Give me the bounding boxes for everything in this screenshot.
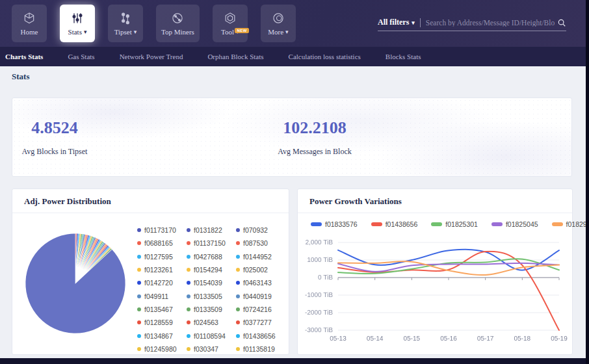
main-header: Home Stats Tipset Top Miners Tool NEW [0, 0, 586, 47]
pie-legend-item[interactable]: f0688165 [137, 237, 187, 250]
pie-legend-item[interactable]: f0133509 [187, 303, 236, 316]
legend-dot-icon [187, 255, 190, 259]
pie-legend-item[interactable]: f01135819 [236, 343, 285, 356]
legend-pill-icon [431, 222, 442, 226]
legend-dot-icon [236, 241, 240, 245]
legend-label: f024563 [194, 318, 218, 326]
summary-card: 4.8524 Avg Blocks in Tipset 102.2108 Avg… [12, 98, 572, 177]
pie-legend-item[interactable]: f0123261 [137, 263, 187, 276]
pie-legend-item[interactable]: f0127595 [137, 250, 187, 263]
pie-legend-item[interactable]: f0128559 [137, 316, 187, 329]
pie-legend-item[interactable]: f01108594 [187, 329, 236, 342]
top-miners-icon [171, 12, 184, 25]
line-legend-item[interactable]: f01829230 [552, 220, 589, 228]
search-icon[interactable] [557, 18, 566, 27]
legend-dot-icon [137, 281, 141, 285]
nav-tipset-button[interactable]: Tipset [108, 5, 143, 42]
legend-label: f0128559 [144, 318, 173, 326]
legend-dot-icon [236, 294, 240, 298]
avg-blocks-label: Avg Blocks in Tipset [22, 147, 88, 157]
subnav-charts-stats[interactable]: Charts Stats [5, 53, 43, 60]
legend-dot-icon [236, 347, 240, 351]
nav-top-miners-button[interactable]: Top Miners [156, 5, 200, 42]
pie-legend-item[interactable]: f0154294 [187, 263, 236, 276]
pie-legend-item[interactable]: f01137150 [187, 237, 236, 250]
pie-legend-item[interactable]: f087530 [236, 237, 285, 250]
search-input[interactable] [426, 19, 557, 27]
pie-legend-item[interactable]: f025002 [236, 263, 285, 276]
window-bottom-edge [0, 358, 586, 364]
all-filters-dropdown[interactable]: All filters [378, 18, 415, 27]
legend-label: f049911 [144, 292, 168, 300]
legend-label: f0377277 [243, 318, 272, 326]
legend-label: f0134867 [144, 332, 173, 340]
pie-legend-item[interactable]: f030347 [187, 343, 236, 356]
legend-dot-icon [187, 294, 190, 298]
pie-legend-item[interactable]: f0144952 [236, 250, 285, 263]
pie-legend-item[interactable]: f049911 [137, 289, 187, 302]
legend-dot-icon [236, 281, 240, 285]
legend-dot-icon [137, 347, 141, 351]
nav-home-button[interactable]: Home [12, 5, 47, 42]
legend-label: f01135819 [243, 345, 275, 353]
pie-legend-item[interactable]: f01438656 [236, 329, 285, 342]
home-icon [23, 12, 36, 25]
legend-label: f01825045 [506, 220, 538, 228]
legend-dot-icon [236, 268, 240, 272]
avg-blocks-stat: 4.8524 Avg Blocks in Tipset [12, 98, 194, 176]
nav-stats-label: Stats [68, 28, 87, 36]
legend-label: f0127595 [144, 253, 173, 261]
subnav-orphan-block-stats[interactable]: Orphan Block Stats [207, 53, 263, 60]
legend-dot-icon [236, 320, 240, 324]
legend-label: f070932 [243, 226, 268, 234]
pie-legend-item[interactable]: f0131822 [187, 224, 236, 237]
line-legend: f01833576f01438656f01825301f01825045f018… [311, 220, 589, 228]
line-legend-item[interactable]: f01438656 [371, 220, 418, 228]
pie-legend-item[interactable]: f0440919 [236, 289, 285, 302]
subnav-calculation-loss-statistics[interactable]: Calculation loss statistics [289, 53, 361, 60]
line-legend-item[interactable]: f01833576 [311, 220, 358, 228]
subnav-gas-stats[interactable]: Gas Stats [68, 53, 94, 60]
pie-legend-item[interactable]: f024563 [187, 316, 236, 329]
subnav-blocks-stats[interactable]: Blocks Stats [386, 53, 421, 60]
pie-legend-item[interactable]: f0142720 [137, 276, 187, 289]
subnav-network-power-trend[interactable]: Network Power Trend [120, 53, 183, 60]
legend-dot-icon [187, 334, 190, 338]
legend-dot-icon [236, 255, 240, 259]
line-legend-item[interactable]: f01825301 [431, 220, 478, 228]
legend-pill-icon [311, 222, 322, 226]
line-legend-item[interactable]: f01825045 [491, 220, 538, 228]
legend-dot-icon [137, 307, 141, 311]
legend-label: f087530 [243, 239, 268, 247]
power-growth-line-chart[interactable] [300, 233, 569, 343]
legend-label: f0144952 [243, 253, 272, 261]
pie-legend-item[interactable]: f0463143 [236, 276, 285, 289]
power-distribution-pie-chart[interactable] [14, 222, 137, 345]
pie-legend-item[interactable]: f0135467 [137, 303, 187, 316]
search-divider [420, 18, 421, 27]
avg-messages-stat: 102.2108 Avg Messages in Block [175, 98, 454, 176]
legend-label: f0154294 [194, 266, 222, 274]
pie-legend-item[interactable]: f01173170 [137, 224, 187, 237]
nav-stats-button[interactable]: Stats [60, 5, 95, 42]
pie-legend-item[interactable]: f0377277 [236, 316, 285, 329]
pie-legend-item[interactable]: f070932 [236, 224, 285, 237]
legend-label: f01438656 [243, 332, 276, 340]
nav-more-button[interactable]: More [261, 5, 296, 42]
pie-legend-item[interactable]: f0724216 [236, 303, 285, 316]
pie-legend-item[interactable]: f0154039 [187, 276, 236, 289]
pie-legend-item[interactable]: f0134867 [137, 329, 187, 342]
page-title: Stats [12, 72, 29, 82]
more-icon [272, 12, 285, 25]
stats-subnav: Charts Stats Gas Stats Network Power Tre… [0, 47, 586, 66]
pie-legend-item[interactable]: f01245980 [137, 343, 187, 356]
pie-legend: f01173170f0131822f070932f0688165f0113715… [137, 224, 285, 356]
nav-tool-button[interactable]: Tool NEW [213, 5, 248, 42]
stats-icon [71, 12, 84, 25]
pie-legend-item[interactable]: f0427688 [187, 250, 236, 263]
legend-dot-icon [187, 281, 190, 285]
pie-legend-item[interactable]: f0133505 [187, 289, 236, 302]
legend-label: f0135467 [144, 306, 173, 313]
tipset-icon [119, 12, 132, 25]
legend-dot-icon [137, 268, 141, 272]
